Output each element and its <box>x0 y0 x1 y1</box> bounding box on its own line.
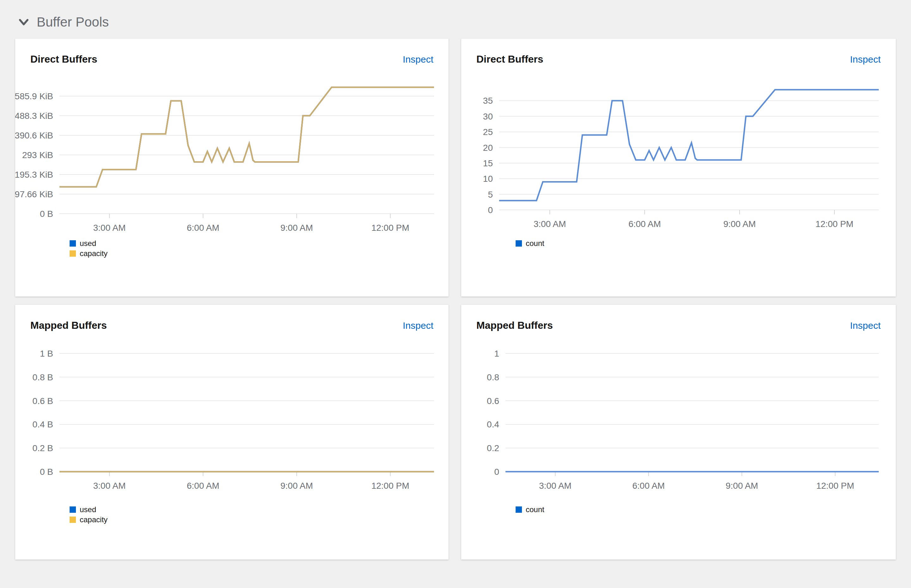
svg-text:585.9 KiB: 585.9 KiB <box>15 91 53 101</box>
card-direct-buffers-count: Direct Buffers Inspect 051015202530353:0… <box>461 39 896 297</box>
svg-text:1: 1 <box>494 349 499 359</box>
svg-text:5: 5 <box>488 190 493 199</box>
legend-swatch-used <box>70 240 76 247</box>
svg-text:0 B: 0 B <box>40 209 53 219</box>
svg-text:9:00 AM: 9:00 AM <box>723 219 756 229</box>
chart-legend: usedcapacity <box>70 238 108 258</box>
svg-text:0.8: 0.8 <box>487 372 499 382</box>
svg-text:9:00 AM: 9:00 AM <box>726 481 758 491</box>
legend-item-capacity: capacity <box>70 515 108 525</box>
section-header-buffer-pools[interactable]: Buffer Pools <box>19 14 109 30</box>
svg-text:0: 0 <box>488 205 493 215</box>
svg-text:12:00 PM: 12:00 PM <box>371 223 409 233</box>
legend-swatch-count <box>516 506 522 513</box>
svg-text:35: 35 <box>483 96 493 106</box>
svg-text:6:00 AM: 6:00 AM <box>628 219 661 229</box>
svg-text:0 B: 0 B <box>40 467 53 477</box>
svg-text:9:00 AM: 9:00 AM <box>280 481 313 491</box>
svg-text:0.4: 0.4 <box>487 420 499 429</box>
svg-text:195.3 KiB: 195.3 KiB <box>15 170 53 179</box>
svg-text:0.2 B: 0.2 B <box>32 443 53 453</box>
legend-label: count <box>526 504 544 515</box>
svg-text:30: 30 <box>483 111 493 121</box>
svg-text:0.6 B: 0.6 B <box>32 396 53 406</box>
svg-text:3:00 AM: 3:00 AM <box>93 481 126 491</box>
svg-text:293 KiB: 293 KiB <box>22 150 53 160</box>
svg-text:6:00 AM: 6:00 AM <box>632 481 665 491</box>
svg-text:0: 0 <box>494 467 499 477</box>
svg-text:12:00 PM: 12:00 PM <box>371 481 409 491</box>
svg-text:488.3 KiB: 488.3 KiB <box>15 111 53 121</box>
svg-text:6:00 AM: 6:00 AM <box>187 223 219 233</box>
chart-legend: count <box>516 238 544 249</box>
svg-text:390.6 KiB: 390.6 KiB <box>15 131 53 141</box>
svg-text:12:00 PM: 12:00 PM <box>816 481 854 491</box>
svg-text:9:00 AM: 9:00 AM <box>280 223 313 233</box>
card-mapped-buffers-bytes: Mapped Buffers Inspect 0 B0.2 B0.4 B0.6 … <box>15 305 448 559</box>
legend-swatch-capacity <box>70 517 76 523</box>
legend-item-count: count <box>516 238 544 249</box>
legend-label: count <box>526 238 544 249</box>
chart-legend: count <box>516 504 544 515</box>
legend-item-used: used <box>70 238 108 249</box>
card-direct-buffers-bytes: Direct Buffers Inspect 0 B97.66 KiB195.3… <box>15 39 448 297</box>
card-mapped-buffers-count: Mapped Buffers Inspect 00.20.40.60.813:0… <box>461 305 896 559</box>
svg-text:0.8 B: 0.8 B <box>32 372 53 382</box>
svg-text:15: 15 <box>483 158 493 168</box>
legend-item-count: count <box>516 504 544 515</box>
buffer-pools-dashboard: Buffer Pools Direct Buffers Inspect 0 B9… <box>0 0 911 588</box>
svg-text:12:00 PM: 12:00 PM <box>816 219 853 229</box>
chart-legend: usedcapacity <box>70 504 108 525</box>
svg-text:0.2: 0.2 <box>487 443 499 453</box>
svg-text:10: 10 <box>483 174 493 184</box>
legend-swatch-count <box>516 240 522 247</box>
legend-label: capacity <box>80 249 108 258</box>
line-chart-canvas: 051015202530353:00 AM6:00 AM9:00 AM12:00… <box>461 39 896 297</box>
legend-item-capacity: capacity <box>70 249 108 258</box>
svg-text:97.66 KiB: 97.66 KiB <box>15 189 53 199</box>
legend-swatch-capacity <box>70 250 76 257</box>
chevron-down-icon <box>19 19 29 26</box>
legend-swatch-used <box>70 506 76 513</box>
svg-text:6:00 AM: 6:00 AM <box>187 481 219 491</box>
legend-label: used <box>80 238 96 249</box>
line-chart-canvas: 00.20.40.60.813:00 AM6:00 AM9:00 AM12:00… <box>461 305 896 559</box>
legend-label: capacity <box>80 515 108 525</box>
svg-text:25: 25 <box>483 127 493 137</box>
svg-text:20: 20 <box>483 143 493 153</box>
svg-text:0.4 B: 0.4 B <box>32 420 53 429</box>
section-title: Buffer Pools <box>37 14 109 30</box>
svg-text:3:00 AM: 3:00 AM <box>539 481 571 491</box>
svg-text:1 B: 1 B <box>40 349 53 359</box>
legend-item-used: used <box>70 504 108 515</box>
svg-text:3:00 AM: 3:00 AM <box>93 223 126 233</box>
legend-label: used <box>80 504 96 515</box>
svg-text:0.6: 0.6 <box>487 396 499 406</box>
svg-text:3:00 AM: 3:00 AM <box>534 219 566 229</box>
